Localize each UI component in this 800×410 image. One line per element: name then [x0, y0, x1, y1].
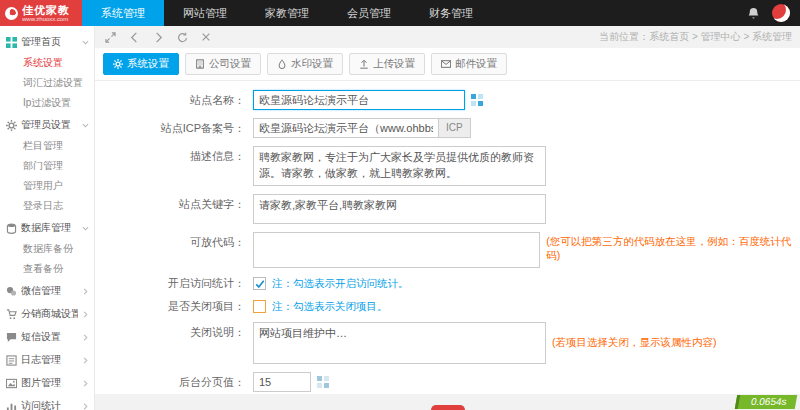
- form-row-code: 可放代码： (您可以把第三方的代码放在这里，例如：百度统计代码): [95, 228, 800, 272]
- tab-label: 邮件设置: [455, 57, 497, 71]
- site-name-input[interactable]: [253, 90, 465, 110]
- sidebar-item-admin-users[interactable]: 管理用户: [0, 176, 94, 196]
- form-row-page-size: 后台分页值：: [95, 368, 800, 394]
- notification-bell-icon[interactable]: [747, 7, 760, 20]
- upload-icon: [359, 59, 369, 69]
- tab-label: 公司设置: [209, 57, 251, 71]
- forward-icon[interactable]: [153, 32, 164, 43]
- sidebar-item-word-filter[interactable]: 词汇过滤设置: [0, 73, 94, 93]
- tab-system-settings[interactable]: 系统设置: [103, 53, 179, 75]
- droplet-icon: [277, 59, 287, 69]
- tab-label: 系统设置: [127, 57, 169, 71]
- form-row-keywords: 站点关键字： 请家教,家教平台,聘教家教网: [95, 190, 800, 228]
- grid-icon[interactable]: [471, 90, 483, 106]
- render-time-badge: 0.0654s: [735, 395, 797, 409]
- topbar: 佳优家教 www.zhuoxx.com 系统管理 网站管理 家教管理 会员管理 …: [0, 0, 800, 26]
- tab-mail-settings[interactable]: 邮件设置: [431, 53, 507, 75]
- sidebar-sub-admin: 栏目管理 部门管理 管理用户 登录日志: [0, 136, 94, 216]
- nav-website-management[interactable]: 网站管理: [164, 0, 246, 26]
- brand-logo[interactable]: 佳优家教 www.zhuoxx.com: [0, 0, 82, 26]
- nav-tutor-management[interactable]: 家教管理: [246, 0, 328, 26]
- description-textarea[interactable]: 聘教家教网，专注于为广大家长及学员提供优质的教师资源。请家教，做家教，就上聘教家…: [253, 146, 546, 186]
- sidebar-sub-database: 数据库备份 查看备份: [0, 239, 94, 279]
- keywords-label: 站点关键字：: [95, 194, 245, 212]
- sidebar-group-label: 日志管理: [21, 353, 78, 367]
- code-hint: (您可以把第三方的代码放在这里，例如：百度统计代码): [546, 235, 800, 268]
- nav-finance-management[interactable]: 财务管理: [410, 0, 492, 26]
- tab-upload-settings[interactable]: 上传设置: [349, 53, 425, 75]
- logo-icon: [5, 7, 18, 20]
- close-note-hint: (若项目选择关闭，显示该属性内容): [552, 336, 717, 350]
- visit-stats-note: 注：勾选表示开启访问统计。: [272, 277, 409, 291]
- settings-tabs: 系统设置 公司设置 水印设置 上传设置: [95, 48, 800, 81]
- expand-icon[interactable]: [105, 32, 116, 43]
- visit-stats-checkbox[interactable]: [253, 277, 266, 290]
- sidebar-sub-home: 系统设置 词汇过滤设置 Ip过滤设置: [0, 53, 94, 113]
- description-label: 描述信息：: [95, 146, 245, 164]
- icp-suffix: ICP: [439, 118, 471, 138]
- nav-member-management[interactable]: 会员管理: [328, 0, 410, 26]
- home-grid-icon: [6, 37, 17, 48]
- refresh-icon[interactable]: [177, 32, 188, 43]
- sidebar-item-image-management[interactable]: 图片管理: [0, 371, 94, 394]
- code-textarea[interactable]: [253, 232, 540, 268]
- sidebar-item-column-management[interactable]: 栏目管理: [0, 136, 94, 156]
- chevron-down-icon: [82, 39, 89, 46]
- page-size-input[interactable]: [253, 372, 311, 392]
- chevron-down-icon: [82, 225, 89, 232]
- sidebar-item-log-management[interactable]: 日志管理: [0, 348, 94, 371]
- sidebar-item-view-backup[interactable]: 查看备份: [0, 259, 94, 279]
- footer: 0.0654s: [95, 394, 800, 410]
- sidebar-item-distribution-mall[interactable]: 分销商城设置: [0, 302, 94, 325]
- icp-label: 站点ICP备案号：: [95, 118, 245, 136]
- sidebar-group-label: 图片管理: [21, 376, 78, 390]
- icp-input[interactable]: [253, 118, 439, 138]
- form-row-icp: 站点ICP备案号： ICP: [95, 114, 800, 142]
- sidebar-item-wechat-management[interactable]: 微信管理: [0, 279, 94, 302]
- tab-label: 上传设置: [373, 57, 415, 71]
- tab-watermark-settings[interactable]: 水印设置: [267, 53, 343, 75]
- sidebar-item-system-settings[interactable]: 系统设置: [0, 53, 94, 73]
- close-icon[interactable]: [201, 32, 211, 42]
- close-project-checkbox[interactable]: [253, 300, 266, 313]
- sidebar-group-label: 微信管理: [21, 284, 78, 298]
- wechat-icon: [6, 286, 17, 297]
- tab-label: 水印设置: [291, 57, 333, 71]
- logo-title: 佳优家教: [22, 5, 70, 16]
- sidebar-group-label: 分销商城设置: [21, 307, 78, 321]
- nav-system-management[interactable]: 系统管理: [82, 0, 164, 26]
- sidebar: 管理首页 系统设置 词汇过滤设置 Ip过滤设置 管理员设置 栏目管理 部门管理 …: [0, 26, 95, 410]
- site-name-label: 站点名称：: [95, 90, 245, 108]
- sidebar-item-home[interactable]: 管理首页: [0, 30, 94, 53]
- topbar-actions: [747, 0, 800, 26]
- sidebar-group-database[interactable]: 数据库管理: [0, 216, 94, 239]
- chevron-right-icon: [82, 380, 89, 387]
- sidebar-group-label: 数据库管理: [21, 221, 78, 235]
- chart-icon: [6, 401, 17, 410]
- chevron-right-icon: [82, 357, 89, 364]
- brand-avatar[interactable]: [772, 4, 790, 22]
- image-icon: [6, 378, 17, 389]
- sidebar-item-ip-filter[interactable]: Ip过滤设置: [0, 93, 94, 113]
- log-icon: [6, 355, 17, 366]
- sidebar-item-sms-settings[interactable]: 短信设置: [0, 325, 94, 348]
- back-icon[interactable]: [129, 32, 140, 43]
- sidebar-group-label: 短信设置: [21, 330, 78, 344]
- sidebar-item-login-log[interactable]: 登录日志: [0, 196, 94, 216]
- form-row-close-project: 是否关闭项目： 注：勾选表示关闭项目。: [95, 295, 800, 318]
- keywords-textarea[interactable]: 请家教,家教平台,聘教家教网: [253, 194, 546, 224]
- tab-company-settings[interactable]: 公司设置: [185, 53, 261, 75]
- grid-icon[interactable]: [317, 376, 329, 388]
- database-icon: [6, 223, 17, 234]
- close-note-textarea[interactable]: 网站项目维护中…: [253, 322, 546, 364]
- building-icon: [195, 59, 205, 69]
- chevron-right-icon: [82, 311, 89, 318]
- cart-icon: [6, 309, 17, 320]
- sidebar-item-visit-statistics[interactable]: 访问统计: [0, 394, 94, 410]
- sidebar-item-db-backup[interactable]: 数据库备份: [0, 239, 94, 259]
- sidebar-group-admin-settings[interactable]: 管理员设置: [0, 113, 94, 136]
- sidebar-item-department-management[interactable]: 部门管理: [0, 156, 94, 176]
- main-content: 当前位置：系统首页 > 管理中心 > 系统管理 系统设置 公司设置 水印设置: [95, 26, 800, 410]
- sidebar-group-label: 管理员设置: [21, 118, 78, 132]
- gear-icon: [113, 59, 123, 69]
